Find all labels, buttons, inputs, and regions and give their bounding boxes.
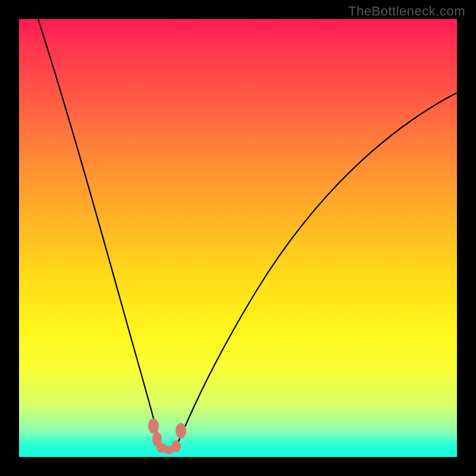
chart-area xyxy=(19,19,457,457)
attribution-text: TheBottleneck.com xyxy=(348,4,465,19)
marker-dot-right-lower xyxy=(171,440,181,452)
curve-left-branch xyxy=(38,19,162,449)
chart-svg xyxy=(19,19,457,457)
curve-right-branch xyxy=(175,93,457,449)
minimum-marker-group xyxy=(148,418,186,454)
marker-dot-right-upper xyxy=(176,423,186,439)
marker-dot-left-upper xyxy=(148,418,159,434)
